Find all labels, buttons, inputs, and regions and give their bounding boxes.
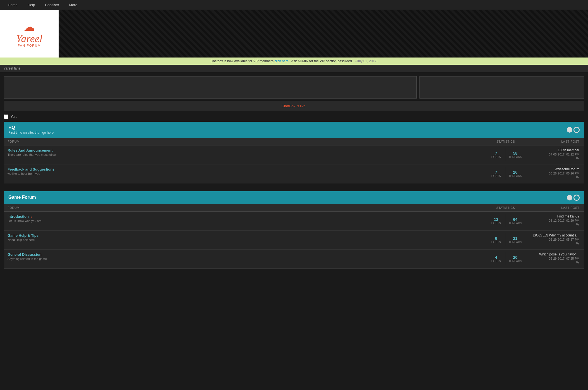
- forum-name-link[interactable]: Rules And Announcement: [8, 148, 53, 152]
- posts-label: POSTS: [491, 155, 501, 159]
- game-table-header: FORUM STATISTICS LAST POST: [4, 204, 584, 212]
- collapse-icon-filled[interactable]: [567, 195, 572, 200]
- logo-subtitle: FAN FORUM: [16, 44, 42, 47]
- forum-last-post-cell: 100th member 07-05-2017, 01:22 PM by: [528, 145, 584, 164]
- table-row: Feedback and Suggestions we like to hear…: [4, 164, 584, 183]
- threads-label: THREADS: [508, 174, 522, 178]
- notice-date: (July 01, 2017): [355, 59, 377, 63]
- forum-desc: Let us know who you are: [8, 219, 480, 222]
- forum-name-link[interactable]: General Discussion: [8, 252, 41, 257]
- last-post-date: 06-29-2017, 05:57 PM: [532, 238, 579, 241]
- last-post-by: hy: [532, 260, 579, 264]
- nav-bar: Home Help ChatBox More: [0, 0, 588, 10]
- threads-label: THREADS: [508, 260, 522, 263]
- threads-count: 26: [513, 170, 517, 174]
- game-forum-section-icons: [567, 195, 580, 201]
- table-row: General Discussion Anything related to t…: [4, 250, 584, 268]
- breadcrumb: yareel fans: [0, 65, 588, 72]
- logo: ☁ Yareel FAN FORUM: [0, 10, 59, 58]
- notice-bar: Chatbox is now available for VIP members…: [0, 58, 588, 65]
- threads-count: 64: [513, 217, 517, 222]
- col-forum: FORUM: [4, 204, 483, 211]
- hq-subtitle: First time on site, then go here: [8, 131, 54, 135]
- forum-new-indicator: o: [30, 215, 32, 218]
- threads-count: 20: [513, 255, 517, 260]
- collapse-icon-filled[interactable]: [567, 127, 572, 133]
- last-post-date: 06-26-2017, 05:26 PM: [532, 172, 579, 175]
- threads-stat: 26 THREADS: [506, 167, 525, 180]
- notice-text2: . Ask ADMIN for the VIP section password…: [289, 59, 353, 63]
- site-header: ☁ Yareel FAN FORUM: [0, 10, 588, 58]
- col-statistics: STATISTICS: [483, 204, 528, 211]
- forum-name-cell: Feedback and Suggestions we like to hear…: [4, 164, 483, 183]
- username-checkbox[interactable]: [4, 114, 8, 119]
- forum-desc: Need Help ask here: [8, 238, 480, 241]
- forum-name-link[interactable]: Introduction: [8, 214, 29, 219]
- last-post-title: Which pose is your favori...: [532, 252, 579, 256]
- threads-count: 58: [513, 151, 517, 155]
- forum-last-post-cell: Find me kai-69 08-12-2017, 02:29 PM by: [528, 212, 584, 230]
- threads-stat: 20 THREADS: [506, 252, 525, 265]
- collapse-icon-outline[interactable]: [573, 195, 580, 201]
- threads-count: 21: [513, 236, 517, 241]
- threads-stat: 21 THREADS: [506, 233, 525, 247]
- last-post-title: Find me kai-69: [532, 214, 579, 218]
- nav-help[interactable]: Help: [23, 0, 40, 10]
- posts-count: 4: [495, 255, 497, 260]
- last-post-by: by: [532, 156, 579, 159]
- forum-name-link[interactable]: Feedback and Suggestions: [8, 167, 54, 171]
- logo-title: Yareel: [16, 33, 42, 44]
- forum-last-post-cell: [SOLVED] Why my account a... 06-29-2017,…: [528, 231, 584, 249]
- notice-text: Chatbox is now available for VIP members: [210, 59, 273, 63]
- username-label: Yer..: [11, 115, 17, 119]
- col-statistics: STATISTICS: [483, 138, 528, 145]
- nav-home[interactable]: Home: [3, 0, 23, 10]
- threads-stat: 64 THREADS: [506, 214, 525, 228]
- threads-label: THREADS: [508, 155, 522, 159]
- notice-link[interactable]: click here: [274, 59, 289, 63]
- forum-name-cell: Game Help & Tips Need Help ask here: [4, 231, 483, 249]
- game-forum-title: Game Forum: [8, 195, 36, 200]
- username-bar: Yer..: [0, 113, 588, 122]
- col-last-post: LAST POST: [528, 204, 584, 211]
- logo-icon: ☁: [16, 20, 42, 33]
- table-row: Introduction o Let us know who you are 1…: [4, 212, 584, 231]
- posts-stat: 4 POSTS: [487, 252, 506, 265]
- forum-stats-cell: 4 POSTS 20 THREADS: [483, 250, 528, 268]
- forum-name-link[interactable]: Game Help & Tips: [8, 233, 39, 238]
- posts-count: 7: [495, 170, 497, 174]
- last-post-title: Awesome forum: [532, 167, 579, 171]
- posts-label: POSTS: [491, 241, 501, 244]
- last-post-date: 08-12-2017, 02:29 PM: [532, 219, 579, 222]
- last-post-title: [SOLVED] Why my account a...: [532, 233, 579, 237]
- forum-desc: There are rules that you must follow: [8, 153, 480, 156]
- last-post-date: 07-05-2017, 01:22 PM: [532, 153, 579, 156]
- threads-label: THREADS: [508, 241, 522, 244]
- forum-name-cell: Rules And Announcement There are rules t…: [4, 145, 483, 164]
- last-post-by: by: [532, 241, 579, 245]
- nav-chatbox[interactable]: ChatBox: [40, 0, 64, 10]
- chatbox-left-panel: [4, 76, 417, 99]
- forum-name-cell: General Discussion Anything related to t…: [4, 250, 483, 268]
- last-post-by: by: [532, 222, 579, 226]
- posts-label: POSTS: [491, 260, 501, 263]
- table-row: Game Help & Tips Need Help ask here 6 PO…: [4, 231, 584, 250]
- posts-stat: 7 POSTS: [487, 148, 506, 161]
- forum-stats-cell: 6 POSTS 21 THREADS: [483, 231, 528, 249]
- forum-last-post-cell: Awesome forum 06-26-2017, 05:26 PM by: [528, 164, 584, 183]
- forum-stats-cell: 12 POSTS 64 THREADS: [483, 212, 528, 230]
- game-forum-table: FORUM STATISTICS LAST POST Introduction …: [4, 204, 584, 269]
- posts-label: POSTS: [491, 174, 501, 178]
- hq-section-header: HQ First time on site, then go here: [4, 122, 584, 138]
- forum-stats-cell: 7 POSTS 26 THREADS: [483, 164, 528, 183]
- chatbox-live-text: ChatBox is live.: [282, 104, 307, 108]
- collapse-icon-outline[interactable]: [573, 127, 580, 133]
- posts-stat: 6 POSTS: [487, 233, 506, 247]
- chatbox-live-bar: ChatBox is live.: [4, 101, 584, 111]
- chatbox-right-panel: [419, 76, 584, 99]
- forum-desc: we like to hear from you: [8, 172, 480, 175]
- threads-stat: 58 THREADS: [506, 148, 525, 161]
- forum-stats-cell: 7 POSTS 58 THREADS: [483, 145, 528, 164]
- nav-more[interactable]: More: [64, 0, 82, 10]
- threads-label: THREADS: [508, 222, 522, 225]
